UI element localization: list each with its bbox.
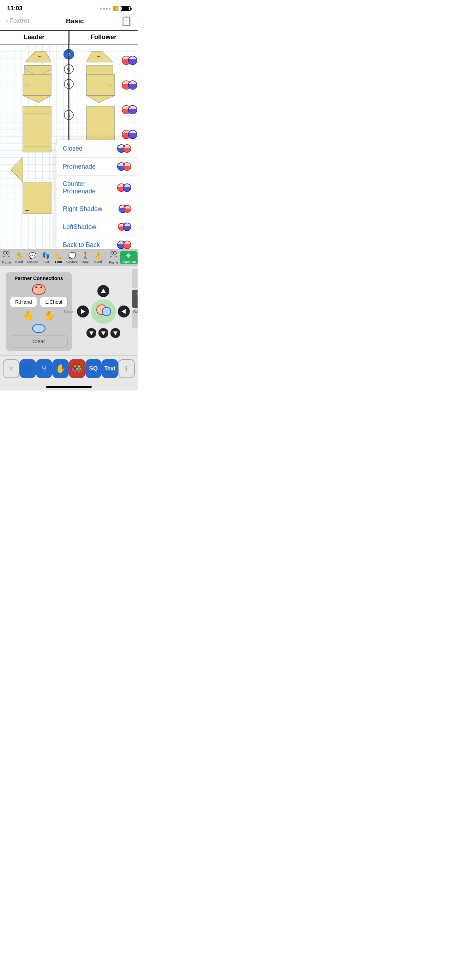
svg-line-42	[115, 256, 117, 257]
right-shadow-couple-icon	[119, 205, 131, 213]
sq-tab-button[interactable]: SQ	[85, 359, 102, 378]
svg-marker-46	[101, 332, 105, 336]
clear-button[interactable]: Clear	[10, 335, 68, 347]
fork-icon: ⑂	[41, 364, 46, 374]
promenade-label: Promenade	[63, 163, 95, 170]
compass-center-circle	[91, 299, 116, 324]
dropdown-item-counter-promenade[interactable]: Counter Promenade	[56, 176, 138, 200]
svg-marker-48	[81, 309, 85, 314]
compass-up-button[interactable]	[97, 285, 110, 297]
toolbar-way[interactable]: 🚶 Way	[79, 251, 92, 264]
close-tab-button[interactable]: ✕	[3, 359, 19, 378]
back-button[interactable]: ‹ Foxtrot	[6, 17, 29, 25]
compass: Center Wall	[77, 285, 130, 338]
status-time: 11:03	[7, 5, 22, 12]
partner-connections-panel: Partner Connections R.Hand L.Chest 🤚 ✋	[6, 272, 72, 351]
wifi-icon: 📶	[113, 6, 119, 11]
bottom-controls: Partner Connections R.Hand L.Chest 🤚 ✋	[0, 266, 138, 391]
dropdown-item-closed[interactable]: Closed	[56, 140, 138, 158]
left-shadow-couple-icon	[118, 223, 131, 231]
follower-label: Follower	[137, 292, 138, 297]
compass-down-center-button[interactable]	[99, 328, 108, 338]
compass-bottom-buttons	[86, 328, 120, 338]
way-label: Way	[82, 260, 89, 264]
couple-icon-3	[122, 105, 137, 114]
toolbar-frame2[interactable]: Frame	[107, 250, 120, 265]
compass-dancers	[95, 303, 112, 320]
alignment-label: Alignment	[122, 260, 136, 264]
column-headers: Leader Follower	[0, 31, 138, 45]
svg-point-40	[114, 251, 116, 255]
gesture2-icon: 💭	[68, 252, 76, 259]
toolbar-hand2[interactable]: 🤚 Hand	[92, 251, 105, 264]
back-label: Foxtrot	[10, 17, 29, 25]
compass-left-button[interactable]	[77, 305, 89, 318]
hand-tab-button[interactable]: ✋	[52, 359, 69, 378]
toolbar-gesture2[interactable]: 💭 Gesture	[65, 251, 79, 264]
svg-marker-20	[23, 106, 51, 113]
compass-right-button[interactable]	[118, 305, 130, 318]
svg-point-36	[6, 251, 9, 255]
leader-column-header: Leader	[0, 31, 68, 44]
text-label: Text	[105, 366, 116, 372]
frame2-icon	[110, 251, 118, 260]
controls-row: Partner Connections R.Hand L.Chest 🤚 ✋	[0, 266, 138, 355]
status-bar: 11:03 📶	[0, 0, 138, 14]
svg-point-35	[3, 251, 6, 255]
compass-down-left-button[interactable]	[86, 328, 96, 338]
sq-label: SQ	[89, 365, 98, 372]
svg-rect-23	[23, 182, 51, 214]
counter-promenade-couple-icon	[117, 183, 131, 192]
svg-point-39	[111, 251, 114, 255]
r-hand-button[interactable]: R.Hand	[10, 297, 37, 307]
toolbar-gesture[interactable]: 💬 Gesture	[25, 251, 40, 264]
couple-tab-icon: 👫	[72, 364, 82, 374]
dropdown-item-promenade[interactable]: Promenade	[56, 158, 138, 176]
l-chest-button[interactable]: L.Chest	[40, 297, 67, 307]
toolbar-foot-l[interactable]: 👣 Foot	[40, 251, 52, 264]
svg-marker-29	[86, 95, 114, 103]
couple-tab-button[interactable]: 👫	[69, 359, 85, 378]
back-to-back-label: Back to Back	[63, 241, 100, 249]
promenade-couple-icon	[117, 162, 131, 171]
right-tools: Frame ✳ Alignment	[107, 250, 138, 265]
toolbar-alignment[interactable]: ✳ Alignment	[120, 251, 138, 264]
battery-icon	[121, 6, 130, 11]
dropdown-item-left-shadow[interactable]: LeftShadow	[56, 218, 138, 236]
dropdown-item-right-shadow[interactable]: Right Shadow	[56, 200, 138, 218]
toolbar-inner: Frame ✋ Hand 💬 Gesture 👣 Foot 🦶 Foot	[0, 250, 138, 266]
footprints-tab-button[interactable]: 👣	[19, 359, 36, 378]
right-hand-icon: ✋	[44, 310, 55, 321]
svg-line-37	[3, 256, 5, 257]
fork-tab-button[interactable]: ⑂	[36, 359, 52, 378]
toolbar-frame[interactable]: Frame	[0, 250, 13, 265]
alignment-icon: ✳	[126, 252, 131, 259]
svg-marker-17	[23, 95, 51, 103]
foot-l-label: Foot	[43, 260, 49, 264]
foot-l-icon: 👣	[42, 252, 50, 259]
close-icon: ✕	[8, 365, 14, 372]
couple-icon-1	[122, 56, 137, 65]
frame-icon	[2, 251, 10, 260]
text-tab-button[interactable]: Text	[102, 359, 118, 378]
document-icon[interactable]: 📋	[121, 16, 132, 27]
toolbar-hand[interactable]: ✋ Hand	[13, 251, 25, 264]
facing-dropdown[interactable]: Closed Promenade Counter Promenade	[56, 140, 138, 249]
info-tab-button[interactable]: ℹ	[118, 359, 135, 378]
signal-dots	[100, 8, 110, 10]
footprints-icon: 👣	[22, 363, 33, 374]
compass-down-right-button[interactable]	[110, 328, 120, 338]
hand2-icon: 🤚	[94, 252, 102, 259]
info-icon: ℹ	[125, 364, 128, 373]
dropdown-item-back-to-back[interactable]: Back to Back	[56, 236, 138, 249]
hand-label: Hand	[15, 260, 23, 264]
follower-button[interactable]: Follower ▶	[132, 290, 138, 308]
svg-marker-47	[113, 332, 117, 336]
diagram-container: 2 Q Q S S	[0, 45, 138, 249]
wall-label: Wall	[133, 310, 138, 313]
svg-marker-43	[101, 289, 106, 293]
up-button[interactable]: ▲ UP	[132, 269, 138, 288]
toolbar-foot-r[interactable]: 🦶 Foot	[52, 251, 65, 264]
leader-head	[32, 284, 46, 294]
status-icons: 📶	[100, 6, 130, 11]
